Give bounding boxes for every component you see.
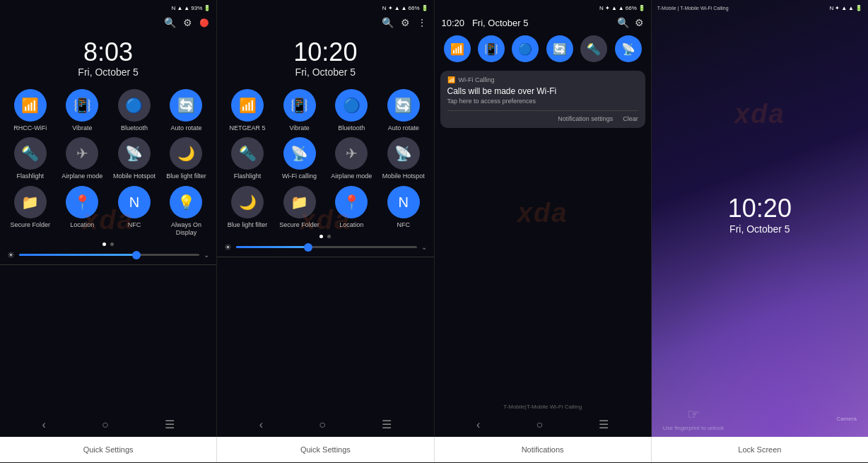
notif-clear-btn[interactable]: Clear bbox=[623, 115, 638, 122]
aod-label-1: Always On Display bbox=[163, 221, 210, 237]
brightness-expand-2[interactable]: ⌄ bbox=[421, 243, 427, 251]
time-2: 10:20 bbox=[217, 38, 433, 66]
back-icon-1[interactable]: ‹ bbox=[42, 418, 46, 431]
status-bar-2: N ✦ ▲ ▲ 66% 🔋 bbox=[217, 0, 433, 14]
nav-bar-1: ‹ ○ ☰ bbox=[0, 412, 216, 437]
tile-flashlight-1[interactable]: 🔦 Flashlight bbox=[7, 137, 54, 180]
tile-flashlight-2[interactable]: 🔦 Flashlight bbox=[224, 137, 271, 180]
tile-bluetooth-1[interactable]: 🔵 Bluetooth bbox=[111, 89, 158, 132]
brightness-track-2[interactable] bbox=[236, 246, 416, 248]
dot-2 bbox=[110, 242, 114, 246]
wifi-status-1: ▲ bbox=[177, 5, 182, 11]
caption-2: Quick Settings bbox=[217, 437, 434, 462]
flashlight-label-1: Flashlight bbox=[17, 172, 45, 180]
tile-folder-1[interactable]: 📁 Secure Folder bbox=[7, 186, 54, 237]
panel-quick-settings-2: N ✦ ▲ ▲ 66% 🔋 🔍 ⚙ ⋮ 10:20 Fri, October 5… bbox=[217, 0, 434, 437]
bluelight-label-2: Blue light filter bbox=[228, 221, 268, 229]
brightness-bar-1[interactable]: ☀ ⌄ bbox=[0, 249, 216, 262]
notification-card[interactable]: 📶 Wi-Fi Calling Calls will be made over … bbox=[440, 71, 645, 128]
notification-icon-1[interactable]: 🔴 bbox=[199, 18, 209, 28]
flashlight-icon-1: 🔦 bbox=[14, 137, 47, 170]
camera-label: Camera bbox=[837, 416, 857, 422]
brightness-track-1[interactable] bbox=[19, 254, 199, 256]
tile-airplane-2[interactable]: ✈ Airplane mode bbox=[328, 137, 375, 180]
brightness-expand-1[interactable]: ⌄ bbox=[204, 251, 209, 259]
qs-wificall-3[interactable]: 📡 bbox=[615, 35, 642, 62]
search-icon-2[interactable]: 🔍 bbox=[382, 17, 394, 28]
brightness-icon-2: ☀ bbox=[224, 242, 232, 252]
toolbar-1: 🔍 ⚙ 🔴 bbox=[0, 14, 216, 31]
signal-bars-3: ▲ bbox=[618, 5, 624, 11]
carrier-text: T-Mobile|T-Mobile Wi-Fi Calling bbox=[503, 404, 582, 410]
recents-icon-1[interactable]: ☰ bbox=[165, 418, 175, 431]
tile-vibrate-1[interactable]: 📳 Vibrate bbox=[59, 89, 106, 132]
tile-location-1[interactable]: 📍 Location bbox=[59, 186, 106, 237]
bt-icon-2: ✦ bbox=[388, 5, 393, 11]
search-icon-1[interactable]: 🔍 bbox=[164, 17, 176, 28]
search-icon-3[interactable]: 🔍 bbox=[617, 17, 629, 28]
qs-wifi-3[interactable]: 📶 bbox=[444, 35, 471, 62]
tile-nfc-1[interactable]: N NFC bbox=[111, 186, 158, 237]
tile-bluetooth-2[interactable]: 🔵 Bluetooth bbox=[328, 89, 375, 132]
tile-wifi-2[interactable]: 📶 NETGEAR 5 bbox=[224, 89, 271, 132]
tile-wifi-1[interactable]: 📶 RHCC-WiFi bbox=[7, 89, 54, 132]
signal-icon-1: N bbox=[172, 5, 176, 11]
back-icon-3[interactable]: ‹ bbox=[476, 418, 480, 431]
tile-bluelight-1[interactable]: 🌙 Blue light filter bbox=[163, 137, 210, 180]
airplane-icon-2: ✈ bbox=[335, 137, 368, 170]
brightness-bar-2[interactable]: ☀ ⌄ bbox=[217, 241, 433, 254]
lock-fingerprint[interactable]: ☞ Use fingerprint to unlock bbox=[663, 406, 724, 431]
fingerprint-icon: ☞ bbox=[687, 406, 700, 423]
status-right-2: N ✦ ▲ ▲ 66% 🔋 bbox=[382, 5, 428, 11]
qs-bluetooth-3[interactable]: 🔵 bbox=[512, 35, 539, 62]
qs-vibrate-3[interactable]: 📳 bbox=[478, 35, 505, 62]
folder-icon-2: 📁 bbox=[283, 186, 316, 218]
location-label-2: Location bbox=[339, 221, 363, 229]
tile-aod-1[interactable]: 💡 Always On Display bbox=[163, 186, 210, 237]
qs-flashlight-3[interactable]: 🔦 bbox=[580, 35, 607, 62]
tile-rotate-1[interactable]: 🔄 Auto rotate bbox=[163, 89, 210, 132]
divider-2 bbox=[217, 257, 433, 257]
tile-rotate-2[interactable]: 🔄 Auto rotate bbox=[380, 89, 427, 132]
notif-settings-btn[interactable]: Notification settings bbox=[558, 115, 613, 122]
tile-airplane-1[interactable]: ✈ Airplane mode bbox=[59, 137, 106, 180]
time-display-2: 10:20 Fri, October 5 bbox=[217, 31, 433, 89]
status-right-4: N ✦ ▲ ▲ 🔋 bbox=[829, 5, 862, 11]
fingerprint-label: Use fingerprint to unlock bbox=[663, 425, 724, 431]
tile-hotspot-2[interactable]: 📡 Mobile Hotspot bbox=[380, 137, 427, 180]
recents-icon-3[interactable]: ☰ bbox=[599, 418, 609, 431]
bluelight-icon-1: 🌙 bbox=[170, 137, 202, 170]
brightness-thumb-2[interactable] bbox=[304, 243, 312, 252]
tile-folder-2[interactable]: 📁 Secure Folder bbox=[276, 186, 323, 229]
qs-grid-1: 📶 RHCC-WiFi 📳 Vibrate 🔵 Bluetooth 🔄 Auto… bbox=[0, 89, 216, 237]
tile-bluelight-2[interactable]: 🌙 Blue light filter bbox=[224, 186, 271, 229]
qs-rotate-3[interactable]: 🔄 bbox=[546, 35, 573, 62]
brightness-icon-1: ☀ bbox=[7, 250, 15, 260]
bluelight-label-1: Blue light filter bbox=[166, 172, 206, 180]
tile-hotspot-1[interactable]: 📡 Mobile Hotspot bbox=[111, 137, 158, 180]
back-icon-2[interactable]: ‹ bbox=[259, 418, 263, 431]
home-icon-2[interactable]: ○ bbox=[319, 418, 326, 431]
dot-2a bbox=[319, 235, 323, 238]
tile-wificall-2[interactable]: 📡 Wi-Fi calling bbox=[276, 137, 323, 180]
tile-nfc-2[interactable]: N NFC bbox=[380, 186, 427, 229]
tile-vibrate-2[interactable]: 📳 Vibrate bbox=[276, 89, 323, 132]
home-icon-1[interactable]: ○ bbox=[102, 418, 109, 431]
vibrate-label-1: Vibrate bbox=[72, 124, 92, 132]
rotate-label-2: Auto rotate bbox=[388, 124, 419, 132]
brightness-fill-2 bbox=[236, 246, 308, 248]
status-right-1: N ▲ ▲ 93% 🔋 bbox=[172, 5, 211, 11]
battery-1: 93% bbox=[191, 5, 202, 11]
gear-icon-3[interactable]: ⚙ bbox=[635, 17, 644, 28]
brightness-thumb-1[interactable] bbox=[132, 251, 141, 259]
gear-icon-2[interactable]: ⚙ bbox=[401, 17, 410, 28]
bluetooth-label-2: Bluetooth bbox=[338, 124, 365, 132]
flashlight-label-2: Flashlight bbox=[234, 172, 262, 180]
more-icon-2[interactable]: ⋮ bbox=[417, 17, 427, 28]
p3-time-val: 10:20 bbox=[442, 18, 465, 28]
recents-icon-2[interactable]: ☰ bbox=[382, 418, 392, 431]
lock-camera[interactable]: Camera bbox=[837, 416, 857, 422]
home-icon-3[interactable]: ○ bbox=[536, 418, 543, 431]
tile-location-2[interactable]: 📍 Location bbox=[328, 186, 375, 229]
gear-icon-1[interactable]: ⚙ bbox=[183, 17, 192, 28]
